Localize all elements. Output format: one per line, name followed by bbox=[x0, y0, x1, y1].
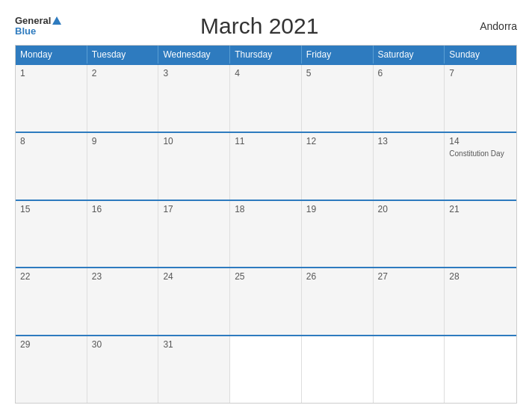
day-2: 2 bbox=[87, 65, 159, 132]
week-1: 1 2 3 4 5 6 7 bbox=[16, 64, 516, 132]
calendar-header: Monday Tuesday Wednesday Thursday Friday… bbox=[16, 46, 516, 64]
country-label: Andorra bbox=[457, 20, 517, 32]
page-header: General Blue March 2021 Andorra bbox=[15, 13, 517, 39]
day-26: 26 bbox=[302, 268, 374, 335]
day-9: 9 bbox=[87, 133, 159, 200]
day-24: 24 bbox=[158, 268, 230, 335]
day-10: 10 bbox=[158, 133, 230, 200]
header-wednesday: Wednesday bbox=[158, 46, 230, 64]
day-27: 27 bbox=[374, 268, 445, 335]
day-3: 3 bbox=[158, 65, 230, 132]
day-empty-1 bbox=[230, 336, 302, 403]
day-empty-4 bbox=[445, 336, 516, 403]
header-friday: Friday bbox=[302, 46, 374, 64]
day-1: 1 bbox=[16, 65, 87, 132]
day-15: 15 bbox=[16, 201, 87, 268]
day-14: 14 Constitution Day bbox=[445, 133, 516, 200]
day-29: 29 bbox=[16, 336, 87, 403]
week-5: 29 30 31 bbox=[16, 335, 516, 403]
calendar-body: 1 2 3 4 5 6 7 8 9 10 11 12 13 14 Constit… bbox=[16, 64, 516, 403]
day-empty-3 bbox=[374, 336, 445, 403]
logo: General Blue bbox=[15, 16, 61, 37]
day-6: 6 bbox=[374, 65, 445, 132]
day-19: 19 bbox=[302, 201, 374, 268]
day-23: 23 bbox=[87, 268, 159, 335]
header-sunday: Sunday bbox=[445, 46, 516, 64]
day-12: 12 bbox=[302, 133, 374, 200]
header-saturday: Saturday bbox=[374, 46, 445, 64]
week-3: 15 16 17 18 19 20 21 bbox=[16, 200, 516, 268]
week-4: 22 23 24 25 26 27 28 bbox=[16, 267, 516, 335]
header-monday: Monday bbox=[16, 46, 87, 64]
day-21: 21 bbox=[445, 201, 516, 268]
day-20: 20 bbox=[374, 201, 445, 268]
day-7: 7 bbox=[445, 65, 516, 132]
page-title: March 2021 bbox=[61, 13, 457, 39]
header-thursday: Thursday bbox=[230, 46, 302, 64]
week-2: 8 9 10 11 12 13 14 Constitution Day bbox=[16, 132, 516, 200]
holiday-constitution-day: Constitution Day bbox=[449, 149, 504, 158]
day-17: 17 bbox=[158, 201, 230, 268]
day-8: 8 bbox=[16, 133, 87, 200]
day-empty-2 bbox=[302, 336, 374, 403]
day-4: 4 bbox=[230, 65, 302, 132]
day-18: 18 bbox=[230, 201, 302, 268]
header-tuesday: Tuesday bbox=[87, 46, 159, 64]
day-13: 13 bbox=[374, 133, 445, 200]
day-5: 5 bbox=[302, 65, 374, 132]
calendar-page: General Blue March 2021 Andorra Monday T… bbox=[0, 0, 532, 411]
day-25: 25 bbox=[230, 268, 302, 335]
day-16: 16 bbox=[87, 201, 159, 268]
day-28: 28 bbox=[445, 268, 516, 335]
day-31: 31 bbox=[158, 336, 230, 403]
day-22: 22 bbox=[16, 268, 87, 335]
day-30: 30 bbox=[87, 336, 159, 403]
calendar: Monday Tuesday Wednesday Thursday Friday… bbox=[15, 45, 517, 404]
day-11: 11 bbox=[230, 133, 302, 200]
